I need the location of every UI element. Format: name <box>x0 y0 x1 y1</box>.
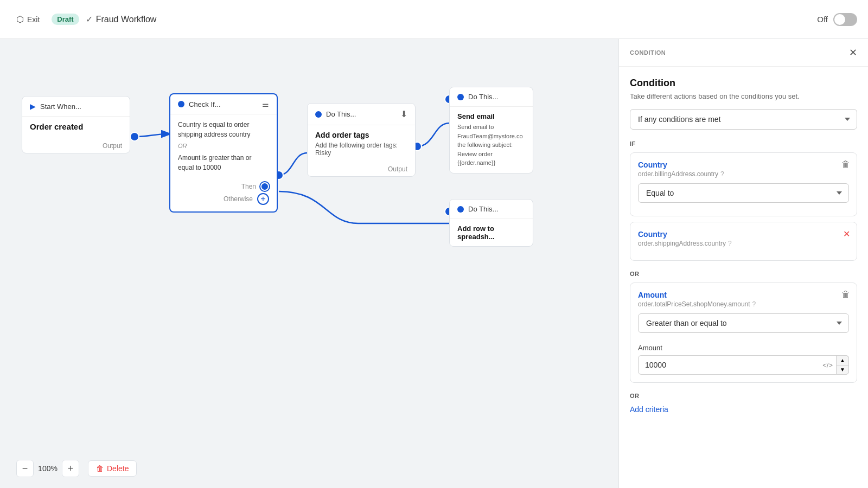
check-if-node[interactable]: Check If... ⚌ Country is equal to order … <box>169 93 278 213</box>
add-order-tags-title: Add order tags <box>315 131 407 139</box>
delete-amount-button[interactable]: 🗑 <box>841 290 850 299</box>
filter-icon[interactable]: ⚌ <box>262 100 269 108</box>
svg-point-1 <box>130 132 139 141</box>
check-if-title: Check If... <box>189 100 221 108</box>
exit-button[interactable]: ⬡ Exit <box>11 11 45 28</box>
add-row-header-title: Do This... <box>468 205 498 213</box>
otherwise-row: Otherwise + <box>178 192 269 206</box>
do-this-body: Add order tags Add the following order t… <box>308 125 415 162</box>
zoom-plus-icon: + <box>68 463 74 474</box>
greater-than-select[interactable]: Greater than or equal to Less than Great… <box>638 313 849 333</box>
check-dot <box>178 101 184 107</box>
exit-label: Exit <box>27 15 40 24</box>
otherwise-label: Otherwise <box>224 195 253 203</box>
check-if-footer: Then Otherwise + <box>170 178 277 211</box>
do-this-header: Do This... ⬇ <box>308 104 415 125</box>
delete-bar-button[interactable]: 🗑 Delete <box>88 460 137 477</box>
or2-section-label: OR <box>630 393 857 399</box>
amount-input-wrap: </> ▲ ▼ <box>638 355 849 375</box>
send-email-title: Send email <box>457 112 525 120</box>
equal-to-select[interactable]: Equal to Not equal to Contains <box>638 183 849 203</box>
country-help-icon[interactable]: ? <box>720 170 724 178</box>
country-value-title: Country <box>638 230 849 239</box>
panel-title: Condition <box>630 78 857 89</box>
country-value-sub: order.shippingAddress.country ? <box>638 240 849 247</box>
workflow-title-text: Fraud Workflow <box>96 15 157 24</box>
add-row-body: Add row to spreadsh... <box>450 219 533 246</box>
delete-country-button[interactable]: 🗑 <box>841 159 850 169</box>
amount-input-label: Amount <box>638 344 849 352</box>
country-criteria-card: Country order.billingAddress.country ? 🗑… <box>630 152 857 216</box>
panel-desc: Take different actions based on the cond… <box>630 92 857 100</box>
add-row-title: Add row to spreadsh... <box>457 224 525 241</box>
condition2-text: Amount is greater than or equal to 10000 <box>178 153 269 172</box>
spinner-up[interactable]: ▲ <box>836 355 849 365</box>
topbar-left: ⬡ Exit Draft ✓ Fraud Workflow <box>11 11 156 28</box>
amount-input[interactable] <box>638 355 849 375</box>
right-panel: CONDITION ✕ Condition Take different act… <box>618 39 868 488</box>
zoom-level: 100% <box>38 464 58 473</box>
draft-badge: Draft <box>52 14 79 25</box>
send-email-header: Do This... <box>450 87 533 107</box>
download-icon[interactable]: ⬇ <box>400 109 407 119</box>
then-row: Then <box>178 181 269 192</box>
delete-label: Delete <box>107 464 129 473</box>
check-if-body: Country is equal to order shipping addre… <box>170 114 277 178</box>
exit-icon: ⬡ <box>16 14 24 24</box>
zoom-in-button[interactable]: + <box>62 460 79 477</box>
amount-criteria-sub: order.totalPriceSet.shopMoney.amount ? <box>638 300 849 308</box>
do-this-node: Do This... ⬇ Add order tags Add the foll… <box>307 103 416 177</box>
workflow-title: ✓ Fraud Workflow <box>86 14 157 24</box>
toggle-off-label: Off <box>817 15 828 24</box>
topbar-right: Off <box>817 13 857 26</box>
send-email-desc: Send email to FraudTeam@mystore.co the f… <box>457 123 525 168</box>
add-row-node: Do This... Add row to spreadsh... <box>449 199 533 247</box>
panel-body: Condition Take different actions based o… <box>619 67 868 425</box>
start-when-header: ▶ Start When... <box>22 97 130 117</box>
country-criteria-title: Country <box>638 160 849 169</box>
country-value-section: Country order.shippingAddress.country ? … <box>630 222 857 261</box>
zoom-out-button[interactable]: − <box>16 460 34 477</box>
remove-country-value-button[interactable]: ✕ <box>843 229 850 239</box>
topbar: ⬡ Exit Draft ✓ Fraud Workflow Off <box>0 0 868 39</box>
start-when-body: Order created <box>22 117 130 139</box>
if-label: IF <box>630 140 857 147</box>
start-when-node: ▶ Start When... Order created Output <box>22 96 130 153</box>
then-connector <box>260 182 269 191</box>
start-when-output: Output <box>22 139 130 153</box>
start-when-title: Start When... <box>40 102 81 111</box>
code-icon[interactable]: </> <box>822 361 833 369</box>
send-email-node: Do This... Send email Send email to Frau… <box>449 87 533 174</box>
spinner-down[interactable]: ▼ <box>836 365 849 375</box>
order-created-text: Order created <box>30 122 122 131</box>
do-this-title: Do This... <box>326 110 356 118</box>
if-section: IF Country order.billingAddress.country … <box>630 140 857 261</box>
add-criteria-button[interactable]: Add criteria <box>630 405 668 414</box>
output-label: Output <box>103 142 122 150</box>
do-this-output: Output <box>308 162 415 176</box>
country-criteria-sub: order.billingAddress.country ? <box>638 170 849 178</box>
bottom-bar: − 100% + 🗑 Delete <box>16 460 137 477</box>
output-label2: Output <box>388 165 407 173</box>
send-email-header-title: Do This... <box>468 93 498 101</box>
check-or-label: OR <box>178 142 269 151</box>
check-if-header: Check If... ⚌ <box>170 94 277 114</box>
close-panel-button[interactable]: ✕ <box>849 47 857 59</box>
amount-criteria-card: Amount order.totalPriceSet.shopMoney.amo… <box>630 282 857 383</box>
zoom-minus-icon: − <box>22 463 28 474</box>
check-circle-icon: ✓ <box>86 14 93 24</box>
country-value-help-icon[interactable]: ? <box>728 240 732 247</box>
amount-help-icon[interactable]: ? <box>752 300 756 308</box>
send-dot <box>457 94 464 100</box>
add-row-header: Do This... <box>450 200 533 219</box>
addrow-dot <box>457 206 464 213</box>
country-value-card: Country order.shippingAddress.country ? … <box>630 222 857 261</box>
do-dot <box>315 111 322 118</box>
panel-label: CONDITION <box>630 49 666 56</box>
send-email-body: Send email Send email to FraudTeam@mysto… <box>450 107 533 173</box>
otherwise-connector: + <box>257 193 269 205</box>
workflow-toggle[interactable] <box>833 13 857 26</box>
any-conditions-select[interactable]: If any conditions are met If all conditi… <box>630 109 857 130</box>
panel-header: CONDITION ✕ <box>619 39 868 67</box>
add-order-tags-desc: Add the following order tags: Risky <box>315 142 407 157</box>
